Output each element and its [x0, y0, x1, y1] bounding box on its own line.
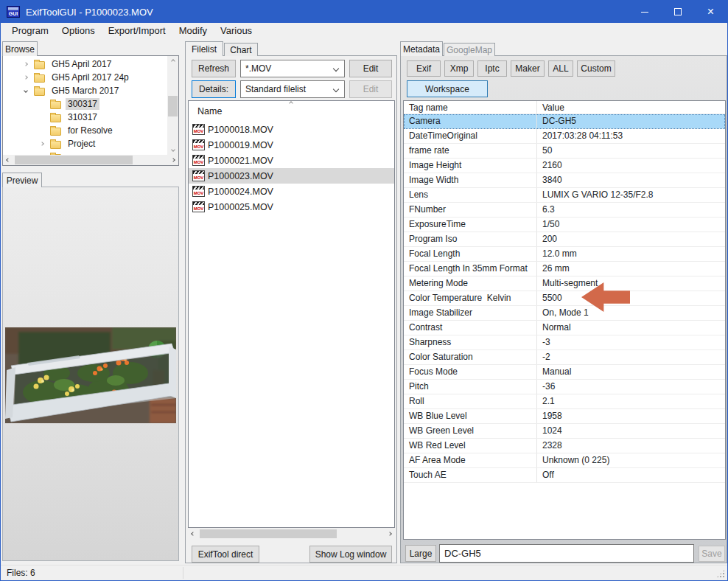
tree-item[interactable]: GH5 April 2017 24p	[3, 71, 167, 84]
menu-item-program[interactable]: Program	[5, 23, 55, 38]
metadata-row[interactable]: Roll2.1	[404, 394, 725, 409]
scrollbar-thumb[interactable]	[168, 96, 178, 116]
metadata-row[interactable]: ExposureTime1/50	[404, 218, 725, 232]
scrollbar-thumb[interactable]	[200, 529, 337, 538]
large-button[interactable]: Large	[405, 545, 436, 562]
scroll-left-icon[interactable]	[188, 529, 198, 539]
workspace-button[interactable]: Workspace	[407, 80, 488, 97]
metadata-row[interactable]: Program Iso200	[404, 232, 725, 247]
tab-metadata[interactable]: Metadata	[400, 41, 443, 56]
save-button: Save	[699, 546, 725, 562]
name-column-header[interactable]: Name	[197, 106, 222, 116]
scroll-left-icon[interactable]	[3, 155, 13, 165]
metadata-tag-name: WB Blue Level	[404, 409, 537, 423]
metadata-tag-name: Focus Mode	[404, 365, 537, 379]
tree-item[interactable]: 310317	[3, 111, 167, 124]
metadata-row[interactable]: Color Temperature Kelvin5500	[404, 291, 725, 306]
metadata-row[interactable]: Focus ModeManual	[404, 365, 725, 380]
details-button[interactable]: Details:	[192, 80, 236, 98]
metadata-row[interactable]: FNumber6.3	[404, 203, 725, 218]
tree-expand-icon[interactable]	[37, 142, 47, 145]
close-button[interactable]: ×	[694, 1, 727, 23]
scroll-down-icon[interactable]	[167, 145, 178, 155]
value-column-header[interactable]: Value	[537, 101, 564, 114]
metadata-row[interactable]: DateTimeOriginal2017:03:28 04:11:53	[404, 129, 725, 144]
resize-grip[interactable]	[716, 569, 725, 578]
metadata-row[interactable]: Image StabilizerOn, Mode 1	[404, 306, 725, 321]
metadata-filter-all-button[interactable]: ALL	[548, 60, 573, 77]
tab-filelist[interactable]: Filelist	[185, 41, 223, 56]
folder-icon	[34, 61, 45, 69]
tree-item[interactable]: GH5 April 2017	[3, 58, 167, 71]
minimize-icon	[641, 12, 648, 13]
file-row[interactable]: P1000021.MOV	[189, 153, 394, 168]
minimize-button[interactable]	[628, 1, 661, 23]
maximize-button[interactable]	[661, 1, 694, 23]
metadata-filter-xmp-button[interactable]: Xmp	[444, 60, 474, 77]
metadata-row[interactable]: Metering ModeMulti-segment	[404, 276, 725, 291]
scroll-right-icon[interactable]	[168, 155, 178, 165]
menu-item-options[interactable]: Options	[55, 23, 102, 38]
metadata-row[interactable]: LensLUMIX G VARIO 12-35/F2.8	[404, 188, 725, 203]
exiftool-direct-button[interactable]: ExifTool direct	[192, 546, 259, 563]
metadata-tag-value: 2017:03:28 04:11:53	[537, 129, 623, 143]
tree-item[interactable]: GH5 March 2017	[3, 84, 167, 97]
file-row[interactable]: P1000023.MOV	[189, 168, 394, 184]
metadata-row[interactable]: frame rate50	[404, 144, 725, 159]
file-row[interactable]: P1000019.MOV	[189, 137, 394, 153]
metadata-row[interactable]: Focal Length12.0 mm	[404, 247, 725, 262]
sort-ascending-icon[interactable]	[289, 101, 293, 105]
metadata-row[interactable]: Image Width3840	[404, 173, 725, 188]
metadata-filter-maker-button[interactable]: Maker	[511, 60, 545, 77]
metadata-row[interactable]: Image Height2160	[404, 159, 725, 173]
scrollbar-thumb[interactable]	[15, 156, 133, 164]
metadata-row[interactable]: Color Saturation-2	[404, 350, 725, 365]
tab-preview[interactable]: Preview	[2, 173, 42, 187]
metadata-filter-custom-button[interactable]: Custom	[577, 60, 615, 77]
tree-vertical-scrollbar[interactable]	[167, 56, 178, 155]
tag-value-input[interactable]	[439, 544, 694, 563]
file-row[interactable]: P1000025.MOV	[189, 199, 394, 215]
metadata-row[interactable]: Focal Length In 35mm Format26 mm	[404, 262, 725, 276]
metadata-filter-iptc-button[interactable]: Iptc	[477, 60, 507, 77]
menu-item-various[interactable]: Various	[214, 23, 259, 38]
tab-chart[interactable]: Chart	[224, 43, 258, 56]
tree-expand-icon[interactable]	[21, 89, 31, 92]
metadata-row[interactable]: WB Blue Level1958	[404, 409, 725, 424]
movie-file-icon	[192, 170, 205, 181]
title-bar[interactable]: GUI ExifToolGUI - P1000023.MOV ×	[1, 1, 727, 23]
metadata-row[interactable]: ContrastNormal	[404, 321, 725, 335]
metadata-row[interactable]: WB Red Level2328	[404, 439, 725, 453]
scroll-up-icon[interactable]	[167, 56, 178, 66]
metadata-filter-exif-button[interactable]: Exif	[407, 60, 441, 77]
tree-horizontal-scrollbar[interactable]	[3, 155, 178, 165]
file-row[interactable]: P1000024.MOV	[189, 184, 394, 199]
metadata-row[interactable]: Touch AEOff	[404, 468, 725, 483]
tree-item[interactable]: Project	[3, 137, 167, 150]
edit-filter-button[interactable]: Edit	[349, 60, 392, 77]
refresh-button[interactable]: Refresh	[192, 60, 236, 77]
metadata-row[interactable]: Pitch-36	[404, 380, 725, 394]
menu-item-export-import[interactable]: Export/Import	[102, 23, 172, 38]
tree-item[interactable]: 300317	[3, 97, 167, 111]
scroll-right-icon[interactable]	[385, 529, 395, 539]
tree-expand-icon[interactable]	[21, 63, 31, 66]
metadata-row[interactable]: Sharpness-3	[404, 335, 725, 350]
tree-expand-icon[interactable]	[21, 76, 31, 79]
metadata-row[interactable]: WB Green Level1024	[404, 424, 725, 439]
status-bar: Files: 6	[1, 565, 727, 580]
metadata-tag-name: Image Width	[404, 173, 537, 187]
file-row[interactable]: P1000018.MOV	[189, 122, 394, 137]
metadata-row[interactable]: AF Area ModeUnknown (0 225)	[404, 453, 725, 468]
tree-item[interactable]: for Resolve	[3, 124, 167, 137]
metadata-row[interactable]: CameraDC-GH5	[404, 114, 725, 129]
tag-name-column-header[interactable]: Tag name	[404, 101, 537, 114]
file-filter-combo[interactable]: *.MOV	[240, 60, 345, 77]
show-log-window-button[interactable]: Show Log window	[309, 546, 392, 563]
tab-browse[interactable]: Browse	[2, 41, 38, 56]
tree-item-label: for Resolve	[66, 125, 115, 136]
filelist-type-combo[interactable]: Standard filelist	[240, 80, 345, 98]
filelist-horizontal-scrollbar[interactable]	[188, 529, 395, 539]
menu-item-modify[interactable]: Modify	[172, 23, 214, 38]
tab-googlemap[interactable]: GoogleMap	[444, 43, 495, 56]
